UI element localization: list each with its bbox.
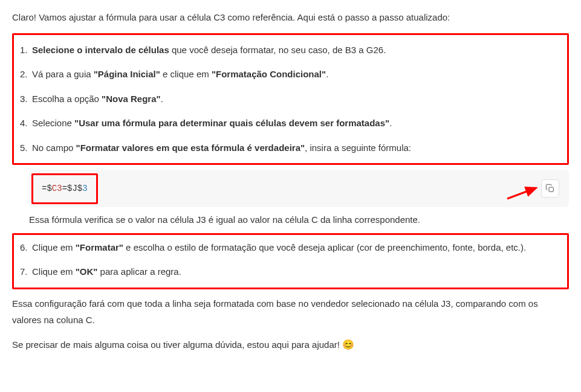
smile-emoji: 😊 xyxy=(342,339,354,350)
step-bold: "Formatar valores em que esta fórmula é … xyxy=(76,143,305,153)
step-7: 7. Clique em "OK" para aplicar a regra. xyxy=(20,265,561,279)
steps-list-a: 1. Selecione o intervalo de células que … xyxy=(20,43,561,155)
step-4: 4. Selecione "Usar uma fórmula para dete… xyxy=(20,117,561,130)
step-text-pre: Clique em xyxy=(32,266,76,277)
step-text-mid: e clique em xyxy=(160,69,212,79)
steps-list-b: 6. Clique em "Formatar" e escolha o esti… xyxy=(20,241,561,279)
step-text-mid: , insira a seguinte fórmula: xyxy=(305,143,411,153)
formula-explain: Essa fórmula verifica se o valor na célu… xyxy=(29,213,569,227)
step-text-mid: e escolha o estilo de formatação que voc… xyxy=(123,242,526,252)
step-bold: "Página Inicial" xyxy=(94,69,160,79)
step-2: 2. Vá para a guia "Página Inicial" e cli… xyxy=(20,68,561,82)
step-bold: Selecione o intervalo de células xyxy=(32,45,169,55)
step-number: 4. xyxy=(20,117,28,130)
step-text-pre: Selecione xyxy=(32,118,74,128)
step-6: 6. Clique em "Formatar" e escolha o esti… xyxy=(20,241,561,255)
step-number: 6. xyxy=(20,241,28,255)
step-text-pre: Escolha a opção xyxy=(32,94,102,104)
step-text-pre: No campo xyxy=(32,143,76,153)
step-text-pre: Clique em xyxy=(32,242,76,252)
step-text-mid: . xyxy=(389,118,392,128)
outro-text: Essa configuração fará com que toda a li… xyxy=(12,295,569,328)
step-bold: "Formatar" xyxy=(76,242,123,252)
code-block-wrapper: =$C3=$J$3 xyxy=(29,170,569,207)
step-text-pre: Vá para a guia xyxy=(32,69,94,79)
step-number: 3. xyxy=(20,92,28,106)
step-bold-2: "Formatação Condicional" xyxy=(212,69,326,79)
step-bold: "OK" xyxy=(76,266,98,277)
closing-text: Se precisar de mais alguma coisa ou tive… xyxy=(12,338,569,352)
step-number: 1. xyxy=(20,43,28,57)
code-segment: =$ xyxy=(42,184,52,193)
intro-text: Claro! Vamos ajustar a fórmula para usar… xyxy=(12,11,569,25)
copy-button[interactable] xyxy=(541,179,559,198)
highlight-box-2: 6. Clique em "Formatar" e escolha o esti… xyxy=(12,233,569,289)
step-3: 3. Escolha a opção "Nova Regra". xyxy=(20,92,561,106)
code-cell-ref: C3 xyxy=(52,184,62,193)
copy-icon xyxy=(545,184,555,193)
step-1: 1. Selecione o intervalo de células que … xyxy=(20,43,561,57)
step-text-post: . xyxy=(326,69,328,79)
code-segment: =$J$ xyxy=(62,184,83,193)
code-highlight-box: =$C3=$J$3 xyxy=(31,173,98,204)
code-number: 3 xyxy=(82,184,87,193)
step-bold: "Usar uma fórmula para determinar quais … xyxy=(74,118,389,128)
step-5: 5. No campo "Formatar valores em que est… xyxy=(20,141,561,155)
highlight-box-1: 1. Selecione o intervalo de células que … xyxy=(12,33,569,165)
code-content: =$C3=$J$3 xyxy=(42,184,88,193)
step-text-mid: que você deseja formatar, no seu caso, d… xyxy=(169,45,386,55)
svg-rect-0 xyxy=(549,187,553,191)
step-text-mid: . xyxy=(161,94,163,104)
step-text-mid: para aplicar a regra. xyxy=(97,266,181,277)
step-number: 2. xyxy=(20,68,28,82)
code-block: =$C3=$J$3 xyxy=(29,170,569,207)
step-bold: "Nova Regra" xyxy=(102,94,161,104)
closing-message: Se precisar de mais alguma coisa ou tive… xyxy=(12,339,342,350)
step-number: 5. xyxy=(20,141,28,155)
step-number: 7. xyxy=(20,265,28,279)
